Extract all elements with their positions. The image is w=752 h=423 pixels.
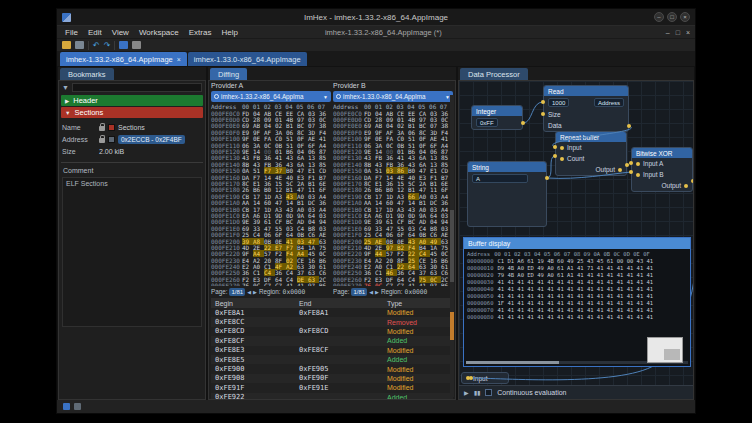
node-xor-title[interactable]: Bitwise XOR — [632, 148, 692, 158]
name-value[interactable]: Sections — [118, 124, 145, 131]
play-icon[interactable]: ▶ — [464, 389, 469, 396]
node-string-title[interactable]: String — [468, 162, 546, 172]
tab-bookmarks[interactable]: Bookmarks — [60, 68, 114, 80]
comment-text[interactable]: ELF Sections — [62, 177, 202, 327]
node-integer-title[interactable]: Integer — [472, 106, 522, 116]
node-input[interactable]: Input — [461, 372, 509, 384]
xor-input-pin[interactable] — [636, 173, 640, 177]
node-canvas[interactable]: Integer 0xFF Read 1000 Address Size Data — [459, 81, 693, 385]
hex-row[interactable]: 000FE270760CC7C7414197B6 — [211, 283, 331, 286]
bookmark-header-section[interactable]: ▶ Header — [61, 95, 203, 106]
status-task-icon[interactable] — [74, 403, 81, 410]
hex-byte[interactable]: 41 — [408, 282, 419, 286]
title-bar[interactable]: ImHex - imhex-1.33.2-x86_64.AppImage –□× — [57, 9, 695, 25]
read-size-value-input[interactable]: 1000 — [548, 98, 569, 107]
hex-byte[interactable]: C7 — [397, 282, 408, 286]
pause-icon[interactable]: ▮▮ — [474, 389, 481, 396]
close-button[interactable]: × — [680, 12, 690, 22]
provider-a-file-select[interactable]: imhex-1.33.2-x86_64.AppIma ▼ — [211, 91, 331, 102]
next-page-icon[interactable]: ▶ — [375, 289, 379, 295]
redo-icon[interactable]: ↷ — [104, 41, 111, 50]
buffer-row[interactable]: 0000003041 41 41 41 41 41 41 41 41 41 41… — [467, 279, 687, 286]
node-string[interactable]: String A — [467, 161, 547, 227]
menu-extras[interactable]: Extras — [184, 28, 217, 37]
lock-icon[interactable] — [99, 138, 105, 143]
node-bitwise-xor[interactable]: Bitwise XOR Input AInput BOutput — [631, 147, 693, 192]
hex-byte[interactable]: C7 — [386, 282, 397, 286]
menu-workspace[interactable]: Workspace — [134, 28, 184, 37]
buffer-scrollbar-thumb[interactable] — [466, 361, 559, 364]
menubar-maximize-button[interactable]: □ — [676, 29, 680, 36]
integer-value-input[interactable]: 0xFF — [476, 118, 498, 127]
minimize-button[interactable]: – — [654, 12, 664, 22]
repeat-input-pin[interactable] — [560, 157, 564, 161]
scrollbar-thumb[interactable] — [450, 210, 454, 282]
string-value-input[interactable]: A — [472, 174, 528, 183]
prev-page-icon[interactable]: ◀ — [369, 289, 373, 295]
hex-byte[interactable]: 97 — [430, 282, 441, 286]
menu-help[interactable]: Help — [216, 28, 242, 37]
file-tab[interactable]: imhex-1.33.0-x86_64.AppImage — [188, 52, 307, 66]
buffer-row[interactable]: 000000601F 41 41 41 41 41 41 41 41 41 41… — [467, 300, 687, 307]
diff-table-row[interactable]: 0xFE8CD0xFE8CDModified — [211, 327, 453, 336]
address-range-chip[interactable]: 0x2ECCB - 0x2F4BF — [118, 135, 185, 144]
repeat-input-pin[interactable] — [560, 146, 564, 150]
bookmark-sections-section[interactable]: ▼ Sections — [61, 107, 203, 118]
tab-close-icon[interactable]: × — [177, 56, 181, 63]
menu-edit[interactable]: Edit — [83, 28, 107, 37]
menu-view[interactable]: View — [107, 28, 134, 37]
xor-input-pin[interactable] — [636, 162, 640, 166]
hex-byte[interactable]: B6 — [319, 282, 330, 286]
buffer-row[interactable]: 0000007041 41 41 41 41 41 41 41 41 41 41… — [467, 307, 687, 314]
diff-table-row[interactable]: 0xFE9080xFE90FModified — [211, 374, 453, 383]
node-integer[interactable]: Integer 0xFF — [471, 105, 523, 130]
tab-diffing[interactable]: Diffing — [210, 68, 247, 80]
file-tab[interactable]: imhex-1.33.2-x86_64.AppImage× — [60, 52, 187, 66]
next-page-icon[interactable]: ▶ — [253, 289, 257, 295]
diff-table-row[interactable]: 0xFE8E30xFE8CFModified — [211, 346, 453, 355]
column-begin[interactable]: Begin — [211, 300, 299, 307]
page-value[interactable]: 1/81 — [229, 288, 245, 296]
menu-file[interactable]: File — [60, 28, 83, 37]
bookmark-icon[interactable] — [119, 41, 128, 49]
buffer-row[interactable]: 0000002079 4B A0 ED 49 A0 61 A1 41 41 41… — [467, 272, 687, 279]
hex-byte[interactable]: 0C — [253, 282, 264, 286]
buffer-row[interactable]: 0000004041 41 41 41 41 41 41 41 41 41 41… — [467, 286, 687, 293]
buffer-row[interactable]: 0000008041 41 41 41 41 41 41 41 41 41 41… — [467, 314, 687, 321]
repeat-output-pin[interactable] — [618, 168, 622, 172]
menubar-close-button[interactable]: × — [686, 29, 690, 36]
diff-table-row[interactable]: 0xFE9000xFE905Modified — [211, 364, 453, 373]
buffer-display-title[interactable]: Buffer display — [464, 238, 690, 249]
color-swatch[interactable] — [108, 124, 115, 131]
diff-table-row[interactable]: 0xFE8A10xFE8A1Modified — [211, 308, 453, 317]
bookmarks-filter-input[interactable] — [72, 83, 202, 92]
undo-icon[interactable]: ↶ — [93, 41, 100, 50]
hex-byte[interactable]: 41 — [419, 282, 430, 286]
provider-b-file-select[interactable]: imhex-1.33.0-x86_64.AppIma ▼ — [333, 91, 453, 102]
minimap[interactable] — [647, 337, 683, 363]
hex-byte[interactable]: C7 — [264, 282, 275, 286]
hex-view-provider-a[interactable]: 000FE0C0FD04ABCEEECA0336000FE0D0CD280901… — [211, 110, 331, 286]
continuous-evaluation-checkbox[interactable] — [485, 389, 492, 396]
hex-byte[interactable]: 76 — [242, 282, 253, 286]
buffer-row[interactable]: 00000000C1 D1 A6 61 19 4B 60 49 25 43 45… — [467, 258, 687, 265]
status-network-icon[interactable] — [63, 403, 70, 410]
hex-row[interactable]: 000FE270760CC7C7414197B6 — [333, 283, 453, 286]
menubar-minimize-button[interactable]: – — [666, 29, 670, 36]
scrollbar[interactable] — [450, 95, 454, 397]
prev-page-icon[interactable]: ◀ — [247, 289, 251, 295]
column-end[interactable]: End — [299, 300, 387, 307]
input-pin[interactable] — [466, 376, 470, 380]
hex-byte[interactable]: 76 — [364, 282, 375, 286]
hex-byte[interactable]: 41 — [297, 282, 308, 286]
tab-data-processor[interactable]: Data Processor — [460, 68, 528, 80]
node-repeat-title[interactable]: Repeat buffer — [556, 132, 626, 142]
diff-table-row[interactable]: 0xFE8CFAdded — [211, 336, 453, 345]
buffer-row[interactable]: 00000010D9 4B A0 ED 49 A0 61 A1 41 71 41… — [467, 265, 687, 272]
node-read[interactable]: Read 1000 Address Size Data — [543, 85, 629, 132]
node-repeat-buffer[interactable]: Repeat buffer InputCountOutput — [555, 131, 627, 176]
open-file-icon[interactable] — [62, 41, 71, 49]
tools-icon[interactable] — [132, 41, 141, 49]
buffer-row[interactable]: 0000005041 41 41 41 41 41 41 41 41 41 41… — [467, 293, 687, 300]
diff-table-row[interactable]: 0xFE91F0xFE91EModified — [211, 383, 453, 392]
